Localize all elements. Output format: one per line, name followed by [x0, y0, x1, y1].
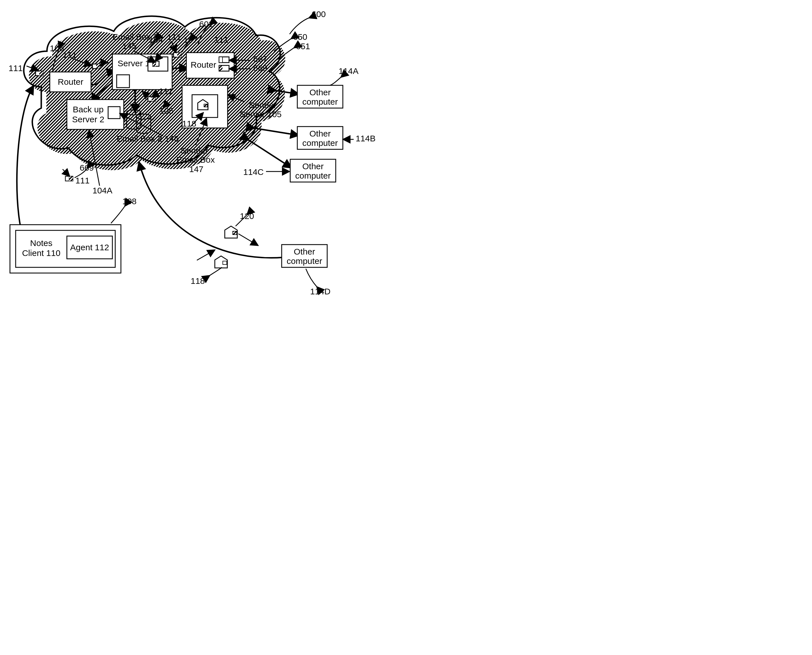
svg-rect-38	[65, 176, 69, 181]
router-left-label: Router	[58, 77, 83, 86]
svg-text:669: 669	[80, 163, 94, 172]
svg-text:Other: Other	[309, 88, 331, 97]
patent-network-diagram: Router Server 1 Router Back up Server 2	[0, 0, 406, 328]
svg-line-74	[239, 234, 257, 245]
svg-text:107: 107	[183, 35, 198, 45]
backup-server-l1: Back up	[73, 105, 103, 114]
router-right-label: Router	[191, 60, 216, 69]
svg-text:104A: 104A	[92, 186, 112, 195]
svg-rect-25	[204, 104, 207, 107]
sender-email-l3: 147	[189, 165, 203, 174]
svg-text:computer: computer	[295, 171, 331, 180]
svg-text:651: 651	[296, 42, 310, 51]
svg-text:106: 106	[50, 43, 64, 53]
svg-text:105: 105	[159, 106, 174, 115]
sender-email-l1: Sender	[181, 146, 208, 155]
svg-text:computer: computer	[287, 256, 322, 266]
svg-rect-20	[108, 107, 120, 118]
svg-text:114C: 114C	[243, 167, 264, 177]
server-1: Server 1	[112, 54, 172, 89]
server-1-label: Server 1	[117, 58, 149, 68]
svg-text:111: 111	[159, 86, 173, 96]
svg-line-75	[197, 250, 214, 260]
svg-text:111: 111	[214, 35, 228, 45]
svg-text:Other: Other	[302, 161, 324, 171]
svg-text:118: 118	[182, 119, 196, 128]
svg-text:114A: 114A	[339, 66, 359, 76]
envelope-120	[225, 226, 237, 238]
other-computer-c: Other computer	[290, 159, 336, 182]
svg-rect-35	[152, 97, 156, 101]
agent-label: Agent 112	[70, 243, 109, 252]
svg-rect-17	[219, 65, 222, 71]
svg-text:111: 111	[167, 32, 181, 42]
other-computer-d: Other computer	[282, 244, 327, 268]
svg-text:118: 118	[191, 276, 205, 286]
svg-text:Other: Other	[309, 129, 331, 138]
svg-rect-9	[117, 75, 129, 88]
sender-server-l2: Server 105	[240, 109, 282, 119]
svg-line-70	[63, 169, 69, 176]
svg-text:Other: Other	[294, 247, 315, 256]
client-host: Notes Client 110 Agent 112	[10, 225, 121, 273]
svg-text:667: 667	[253, 54, 267, 64]
sender-server-l1: Sender	[249, 100, 277, 110]
svg-text:600: 600	[311, 9, 326, 19]
svg-text:111: 111	[63, 50, 77, 60]
svg-line-6	[248, 139, 290, 167]
svg-text:computer: computer	[302, 97, 338, 106]
backup-server-2: Back up Server 2	[67, 100, 124, 129]
router-right: Router	[186, 52, 234, 78]
svg-rect-30	[96, 64, 100, 69]
svg-text:111: 111	[75, 176, 89, 185]
backup-server-l2: Server 2	[72, 115, 104, 124]
svg-rect-15	[219, 57, 222, 63]
svg-text:602: 602	[199, 19, 213, 29]
svg-text:114D: 114D	[310, 287, 331, 296]
svg-text:114B: 114B	[356, 134, 376, 143]
notes-client-l1: Notes	[30, 238, 52, 248]
svg-text:111: 111	[9, 63, 23, 73]
sender-email-l2: Email Box	[176, 155, 215, 165]
envelope-118	[215, 256, 227, 268]
router-left: Router	[50, 72, 91, 92]
email-box-1-l2: 145	[122, 41, 137, 51]
notes-client-l2: Client 110	[22, 248, 60, 258]
other-computer-a: Other computer	[297, 85, 343, 108]
svg-text:104: 104	[149, 35, 163, 45]
svg-rect-28	[39, 71, 43, 76]
svg-rect-42	[223, 261, 227, 264]
svg-text:108: 108	[122, 197, 137, 206]
svg-rect-40	[233, 231, 237, 235]
svg-text:650: 650	[293, 32, 307, 42]
svg-text:669: 669	[253, 63, 267, 73]
svg-text:120: 120	[240, 211, 254, 221]
svg-rect-33	[177, 52, 181, 57]
svg-text:computer: computer	[302, 138, 338, 148]
svg-rect-39	[69, 176, 73, 181]
email-box-2-label: Email Box 2 146	[117, 134, 179, 143]
other-computer-b: Other computer	[297, 126, 343, 149]
